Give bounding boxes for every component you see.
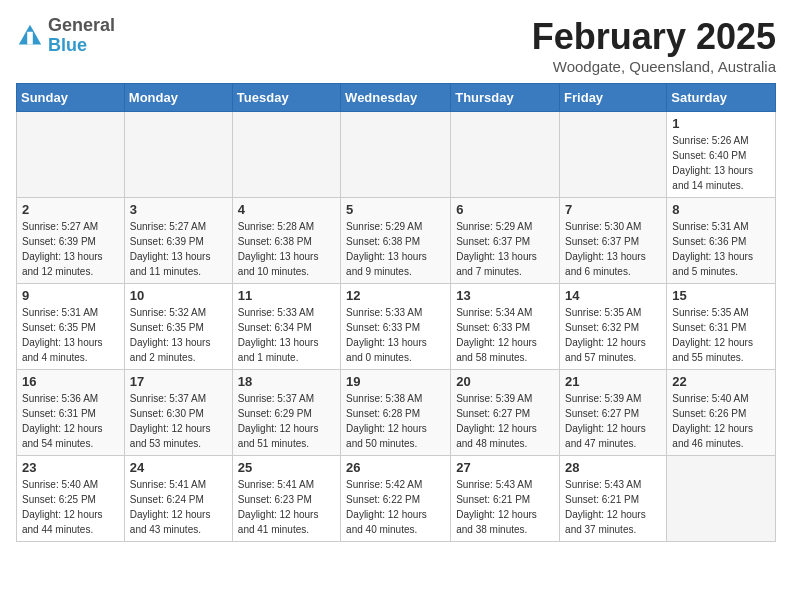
day-cell: 20Sunrise: 5:39 AMSunset: 6:27 PMDayligh… — [451, 370, 560, 456]
day-number: 2 — [22, 202, 119, 217]
day-info: Sunrise: 5:26 AMSunset: 6:40 PMDaylight:… — [672, 133, 770, 193]
weekday-header-row: SundayMondayTuesdayWednesdayThursdayFrid… — [17, 84, 776, 112]
week-row-1: 1Sunrise: 5:26 AMSunset: 6:40 PMDaylight… — [17, 112, 776, 198]
day-cell: 3Sunrise: 5:27 AMSunset: 6:39 PMDaylight… — [124, 198, 232, 284]
logo-blue-text: Blue — [48, 36, 115, 56]
day-info: Sunrise: 5:33 AMSunset: 6:33 PMDaylight:… — [346, 305, 445, 365]
day-info: Sunrise: 5:29 AMSunset: 6:37 PMDaylight:… — [456, 219, 554, 279]
day-cell — [560, 112, 667, 198]
day-number: 6 — [456, 202, 554, 217]
day-cell: 9Sunrise: 5:31 AMSunset: 6:35 PMDaylight… — [17, 284, 125, 370]
day-info: Sunrise: 5:27 AMSunset: 6:39 PMDaylight:… — [22, 219, 119, 279]
day-info: Sunrise: 5:31 AMSunset: 6:35 PMDaylight:… — [22, 305, 119, 365]
day-number: 19 — [346, 374, 445, 389]
weekday-header-tuesday: Tuesday — [232, 84, 340, 112]
week-row-5: 23Sunrise: 5:40 AMSunset: 6:25 PMDayligh… — [17, 456, 776, 542]
day-info: Sunrise: 5:39 AMSunset: 6:27 PMDaylight:… — [456, 391, 554, 451]
day-cell — [17, 112, 125, 198]
day-cell: 5Sunrise: 5:29 AMSunset: 6:38 PMDaylight… — [341, 198, 451, 284]
day-number: 4 — [238, 202, 335, 217]
day-number: 15 — [672, 288, 770, 303]
day-info: Sunrise: 5:43 AMSunset: 6:21 PMDaylight:… — [565, 477, 661, 537]
day-cell: 11Sunrise: 5:33 AMSunset: 6:34 PMDayligh… — [232, 284, 340, 370]
day-cell: 7Sunrise: 5:30 AMSunset: 6:37 PMDaylight… — [560, 198, 667, 284]
day-number: 16 — [22, 374, 119, 389]
day-info: Sunrise: 5:27 AMSunset: 6:39 PMDaylight:… — [130, 219, 227, 279]
day-info: Sunrise: 5:30 AMSunset: 6:37 PMDaylight:… — [565, 219, 661, 279]
day-info: Sunrise: 5:37 AMSunset: 6:30 PMDaylight:… — [130, 391, 227, 451]
day-info: Sunrise: 5:41 AMSunset: 6:24 PMDaylight:… — [130, 477, 227, 537]
day-cell: 8Sunrise: 5:31 AMSunset: 6:36 PMDaylight… — [667, 198, 776, 284]
weekday-header-friday: Friday — [560, 84, 667, 112]
day-number: 8 — [672, 202, 770, 217]
day-number: 18 — [238, 374, 335, 389]
day-info: Sunrise: 5:41 AMSunset: 6:23 PMDaylight:… — [238, 477, 335, 537]
day-cell — [667, 456, 776, 542]
weekday-header-wednesday: Wednesday — [341, 84, 451, 112]
day-info: Sunrise: 5:38 AMSunset: 6:28 PMDaylight:… — [346, 391, 445, 451]
page-header: General Blue February 2025 Woodgate, Que… — [16, 16, 776, 75]
day-number: 21 — [565, 374, 661, 389]
day-number: 10 — [130, 288, 227, 303]
day-info: Sunrise: 5:37 AMSunset: 6:29 PMDaylight:… — [238, 391, 335, 451]
day-number: 28 — [565, 460, 661, 475]
week-row-4: 16Sunrise: 5:36 AMSunset: 6:31 PMDayligh… — [17, 370, 776, 456]
day-number: 12 — [346, 288, 445, 303]
day-number: 17 — [130, 374, 227, 389]
day-number: 27 — [456, 460, 554, 475]
week-row-3: 9Sunrise: 5:31 AMSunset: 6:35 PMDaylight… — [17, 284, 776, 370]
day-cell: 13Sunrise: 5:34 AMSunset: 6:33 PMDayligh… — [451, 284, 560, 370]
day-cell — [124, 112, 232, 198]
calendar-subtitle: Woodgate, Queensland, Australia — [532, 58, 776, 75]
weekday-header-thursday: Thursday — [451, 84, 560, 112]
day-number: 1 — [672, 116, 770, 131]
day-cell: 21Sunrise: 5:39 AMSunset: 6:27 PMDayligh… — [560, 370, 667, 456]
day-cell: 24Sunrise: 5:41 AMSunset: 6:24 PMDayligh… — [124, 456, 232, 542]
day-number: 25 — [238, 460, 335, 475]
calendar-table: SundayMondayTuesdayWednesdayThursdayFrid… — [16, 83, 776, 542]
day-number: 14 — [565, 288, 661, 303]
week-row-2: 2Sunrise: 5:27 AMSunset: 6:39 PMDaylight… — [17, 198, 776, 284]
day-info: Sunrise: 5:31 AMSunset: 6:36 PMDaylight:… — [672, 219, 770, 279]
day-number: 13 — [456, 288, 554, 303]
day-info: Sunrise: 5:29 AMSunset: 6:38 PMDaylight:… — [346, 219, 445, 279]
day-number: 5 — [346, 202, 445, 217]
day-cell: 6Sunrise: 5:29 AMSunset: 6:37 PMDaylight… — [451, 198, 560, 284]
day-cell: 16Sunrise: 5:36 AMSunset: 6:31 PMDayligh… — [17, 370, 125, 456]
title-block: February 2025 Woodgate, Queensland, Aust… — [532, 16, 776, 75]
logo-icon — [16, 22, 44, 50]
day-info: Sunrise: 5:43 AMSunset: 6:21 PMDaylight:… — [456, 477, 554, 537]
calendar-title: February 2025 — [532, 16, 776, 58]
day-cell — [232, 112, 340, 198]
day-cell: 10Sunrise: 5:32 AMSunset: 6:35 PMDayligh… — [124, 284, 232, 370]
day-cell: 25Sunrise: 5:41 AMSunset: 6:23 PMDayligh… — [232, 456, 340, 542]
day-cell: 2Sunrise: 5:27 AMSunset: 6:39 PMDaylight… — [17, 198, 125, 284]
day-info: Sunrise: 5:28 AMSunset: 6:38 PMDaylight:… — [238, 219, 335, 279]
day-info: Sunrise: 5:34 AMSunset: 6:33 PMDaylight:… — [456, 305, 554, 365]
day-info: Sunrise: 5:40 AMSunset: 6:25 PMDaylight:… — [22, 477, 119, 537]
day-cell: 14Sunrise: 5:35 AMSunset: 6:32 PMDayligh… — [560, 284, 667, 370]
day-info: Sunrise: 5:35 AMSunset: 6:31 PMDaylight:… — [672, 305, 770, 365]
day-number: 11 — [238, 288, 335, 303]
svg-rect-1 — [27, 32, 33, 45]
day-cell — [451, 112, 560, 198]
logo: General Blue — [16, 16, 115, 56]
day-number: 24 — [130, 460, 227, 475]
day-cell: 17Sunrise: 5:37 AMSunset: 6:30 PMDayligh… — [124, 370, 232, 456]
day-info: Sunrise: 5:42 AMSunset: 6:22 PMDaylight:… — [346, 477, 445, 537]
day-cell: 22Sunrise: 5:40 AMSunset: 6:26 PMDayligh… — [667, 370, 776, 456]
day-cell: 27Sunrise: 5:43 AMSunset: 6:21 PMDayligh… — [451, 456, 560, 542]
day-cell — [341, 112, 451, 198]
day-number: 26 — [346, 460, 445, 475]
day-number: 7 — [565, 202, 661, 217]
day-number: 23 — [22, 460, 119, 475]
weekday-header-sunday: Sunday — [17, 84, 125, 112]
weekday-header-saturday: Saturday — [667, 84, 776, 112]
day-cell: 4Sunrise: 5:28 AMSunset: 6:38 PMDaylight… — [232, 198, 340, 284]
day-info: Sunrise: 5:39 AMSunset: 6:27 PMDaylight:… — [565, 391, 661, 451]
day-number: 9 — [22, 288, 119, 303]
logo-general-text: General — [48, 16, 115, 36]
day-cell: 1Sunrise: 5:26 AMSunset: 6:40 PMDaylight… — [667, 112, 776, 198]
day-cell: 12Sunrise: 5:33 AMSunset: 6:33 PMDayligh… — [341, 284, 451, 370]
day-cell: 19Sunrise: 5:38 AMSunset: 6:28 PMDayligh… — [341, 370, 451, 456]
